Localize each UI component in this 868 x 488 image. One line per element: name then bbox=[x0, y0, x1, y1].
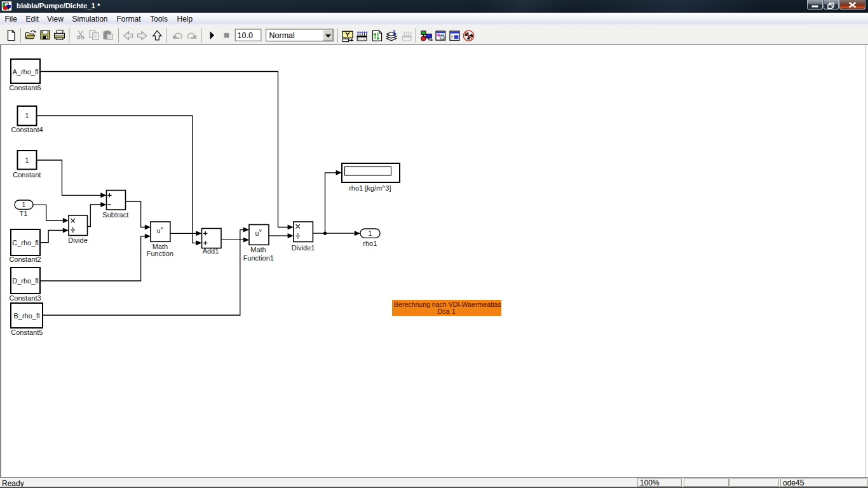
svg-text:Constant: Constant bbox=[13, 171, 41, 179]
svg-text:A_rho_fl: A_rho_fl bbox=[13, 68, 39, 76]
svg-text:Constant5: Constant5 bbox=[11, 329, 43, 336]
svg-text:v: v bbox=[259, 227, 262, 233]
svg-text:Function: Function bbox=[147, 250, 173, 257]
svg-text:Divide1: Divide1 bbox=[292, 244, 315, 252]
svg-text:rho1: rho1 bbox=[363, 240, 377, 247]
svg-text:Constant2: Constant2 bbox=[9, 255, 41, 263]
svg-text:Math: Math bbox=[250, 246, 266, 254]
svg-text:T1: T1 bbox=[20, 210, 28, 217]
svg-text:1: 1 bbox=[22, 201, 26, 208]
svg-text:v: v bbox=[161, 225, 163, 231]
svg-text:Constant3: Constant3 bbox=[9, 294, 41, 302]
svg-text:Subtract: Subtract bbox=[102, 211, 128, 219]
svg-text:Add1: Add1 bbox=[203, 247, 219, 255]
svg-text:u: u bbox=[157, 227, 161, 234]
svg-text:Dca 1: Dca 1 bbox=[437, 308, 456, 315]
svg-text:Function1: Function1 bbox=[243, 254, 274, 262]
svg-text:C_rho_fl: C_rho_fl bbox=[12, 239, 39, 247]
svg-text:u: u bbox=[255, 229, 259, 237]
svg-text:1: 1 bbox=[369, 229, 372, 237]
svg-text:Berechnung nach VDI-Waermeatla: Berechnung nach VDI-Waermeatlas bbox=[394, 301, 501, 308]
svg-text:Divide: Divide bbox=[68, 236, 88, 244]
svg-text:rho1 [kg/m^3]: rho1 [kg/m^3] bbox=[349, 184, 391, 192]
svg-text:Constant6: Constant6 bbox=[9, 84, 41, 92]
svg-text:1: 1 bbox=[25, 112, 29, 119]
svg-text:D_rho_fl: D_rho_fl bbox=[12, 277, 39, 285]
svg-text:Constant4: Constant4 bbox=[11, 126, 43, 133]
svg-text:B_rho_fl: B_rho_fl bbox=[14, 312, 40, 320]
svg-text:Math: Math bbox=[153, 243, 168, 250]
svg-text:1: 1 bbox=[25, 156, 29, 164]
